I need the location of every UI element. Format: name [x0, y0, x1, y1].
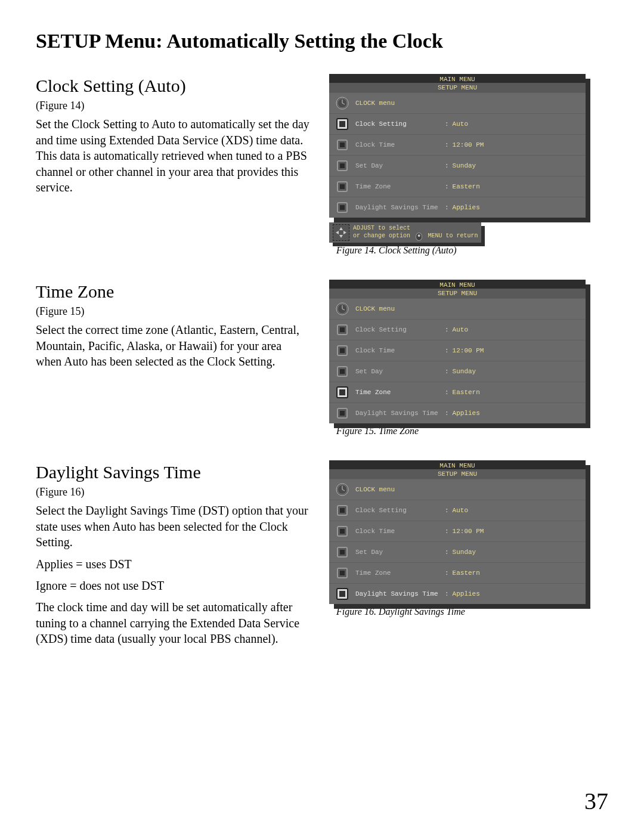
body-clock-setting: Set the Clock Setting to Auto to automat… — [36, 116, 310, 195]
svg-rect-5 — [339, 121, 345, 127]
svg-rect-29 — [339, 389, 345, 395]
box-icon — [335, 200, 349, 215]
section-dst: Daylight Savings Time (Figure 16) Select… — [36, 460, 608, 652]
heading-time-zone: Time Zone — [36, 280, 310, 304]
osd-row-time-zone: Time Zone : Eastern — [329, 176, 586, 197]
osd-help-bar: ADJUST to select or change option ● MENU… — [329, 222, 481, 243]
section-time-zone: Time Zone (Figure 15) Select the correct… — [36, 280, 608, 436]
box-icon — [335, 179, 349, 194]
osd-main-menu: MAIN MENU — [439, 76, 475, 83]
svg-marker-17 — [343, 231, 346, 234]
osd-label: Daylight Savings Time — [355, 204, 445, 211]
figure-15: MAIN MENU SETUP MENU CLOCK menu Clock Se… — [329, 280, 586, 423]
box-icon — [335, 503, 349, 518]
svg-marker-16 — [336, 231, 339, 234]
box-icon — [335, 159, 349, 173]
clock-icon — [335, 482, 349, 497]
menu-icon: ● — [416, 233, 422, 241]
box-icon — [335, 117, 349, 131]
osd-header: MAIN MENU SETUP MENU — [329, 74, 586, 92]
osd-row-clock-setting: Clock Setting : Auto — [329, 113, 586, 134]
body-dst-2: Applies = uses DST — [36, 556, 310, 572]
osd-label: Time Zone — [355, 183, 445, 190]
svg-rect-13 — [340, 205, 345, 210]
figure-16: MAIN MENU SETUP MENU CLOCK menu Clock Se… — [329, 460, 586, 604]
osd-main-menu: MAIN MENU — [439, 462, 475, 469]
svg-rect-9 — [340, 163, 345, 168]
help-line2a: or change option — [353, 233, 410, 239]
heading-dst: Daylight Savings Time — [36, 460, 310, 484]
svg-rect-43 — [340, 571, 345, 575]
svg-rect-45 — [339, 591, 345, 597]
heading-clock-setting: Clock Setting (Auto) — [36, 74, 310, 98]
section-clock-setting-auto: Clock Setting (Auto) (Figure 14) Set the… — [36, 74, 608, 256]
box-icon — [335, 566, 349, 580]
osd-label: Clock Setting — [355, 120, 445, 128]
svg-rect-23 — [340, 327, 345, 332]
body-dst-4: The clock time and day will be set autom… — [36, 599, 310, 646]
osd-row-set-day: Set Day : Sunday — [329, 155, 586, 176]
svg-rect-31 — [340, 411, 345, 416]
osd-label: Set Day — [355, 162, 445, 169]
box-icon — [335, 343, 349, 358]
fig-ref-14: (Figure 14) — [36, 99, 310, 113]
osd-value: Applies — [453, 204, 480, 211]
osd-clock-menu-label: CLOCK menu — [355, 100, 445, 107]
box-icon — [335, 524, 349, 538]
fig-ref-16: (Figure 16) — [36, 485, 310, 500]
box-icon — [335, 323, 349, 337]
figure-14-caption: Figure 14. Clock Setting (Auto) — [336, 245, 457, 256]
box-icon — [335, 587, 349, 601]
svg-marker-14 — [339, 227, 343, 230]
body-dst-1: Select the Daylight Savings Time (DST) o… — [36, 503, 310, 550]
adjust-icon — [333, 224, 349, 241]
svg-rect-37 — [340, 508, 345, 513]
osd-row-clock-time: Clock Time : 12:00 PM — [329, 134, 586, 155]
osd-row-clock-menu: CLOCK menu — [329, 92, 586, 113]
osd-value: Auto — [453, 120, 468, 128]
help-line1: ADJUST to select — [353, 225, 410, 231]
svg-rect-11 — [340, 184, 345, 189]
body-dst-3: Ignore = does not use DST — [36, 578, 310, 593]
osd-value: 12:00 PM — [453, 141, 484, 148]
osd-setup-menu: SETUP MENU — [329, 289, 586, 298]
svg-rect-25 — [340, 348, 345, 353]
page-number: 37 — [584, 787, 608, 815]
osd-row-dst: Daylight Savings Time : Applies — [329, 197, 586, 218]
body-time-zone: Select the correct time zone (Atlantic, … — [36, 322, 310, 369]
osd-value: Sunday — [453, 162, 476, 169]
box-icon — [335, 545, 349, 559]
help-line2b: MENU to return — [428, 233, 478, 239]
svg-rect-7 — [340, 143, 345, 147]
svg-rect-41 — [340, 550, 345, 555]
osd-setup-menu: SETUP MENU — [329, 83, 586, 92]
figure-14: MAIN MENU SETUP MENU CLOCK menu Cloc — [329, 74, 586, 218]
svg-rect-39 — [340, 529, 345, 534]
clock-icon — [335, 96, 349, 110]
osd-setup-menu: SETUP MENU — [329, 469, 586, 479]
osd-value: Eastern — [453, 183, 480, 190]
box-icon — [335, 138, 349, 152]
osd-main-menu: MAIN MENU — [439, 281, 475, 289]
box-icon — [335, 364, 349, 379]
svg-rect-27 — [340, 369, 345, 374]
clock-icon — [335, 302, 349, 316]
svg-marker-15 — [339, 235, 343, 238]
osd-label: Clock Time — [355, 141, 445, 148]
fig-ref-15: (Figure 15) — [36, 305, 310, 319]
box-icon — [335, 406, 349, 420]
page-title: SETUP Menu: Automatically Setting the Cl… — [36, 30, 608, 52]
box-icon — [335, 385, 349, 400]
